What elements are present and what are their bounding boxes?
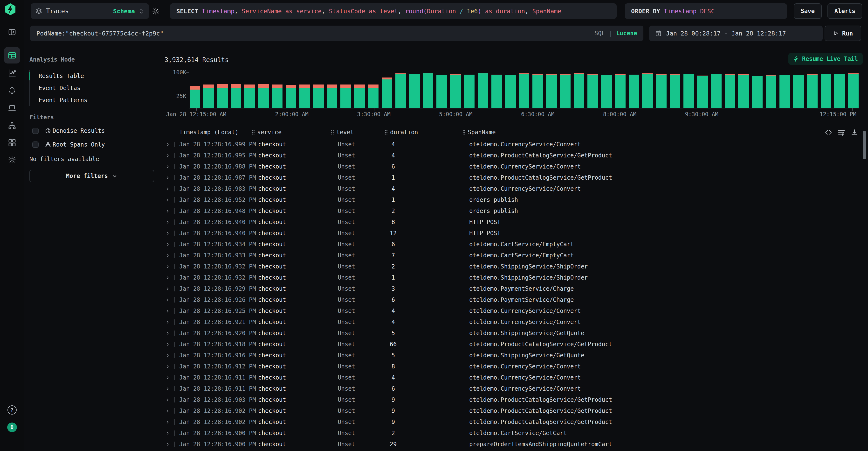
chart-bar[interactable] [505, 75, 516, 108]
chart-bar[interactable] [272, 85, 282, 108]
column-header-spanname[interactable]: SpanName [412, 129, 868, 136]
chart-bar[interactable] [738, 74, 749, 108]
scrollbar-thumb[interactable] [863, 131, 866, 159]
column-header-timestamp[interactable]: Timestamp (Local) [179, 129, 258, 136]
table-row[interactable]: Jan 28 12:28:16.948 PMcheckoutUnset2orde… [159, 205, 868, 217]
chart-bar[interactable] [629, 75, 639, 108]
chart-bar[interactable] [848, 74, 859, 108]
row-expand-chevron[interactable] [165, 398, 173, 402]
row-expand-chevron[interactable] [165, 387, 173, 391]
row-expand-chevron[interactable] [165, 331, 173, 336]
chart-bar[interactable] [327, 85, 338, 108]
drag-grip-icon[interactable] [384, 130, 388, 135]
table-row[interactable]: Jan 28 12:28:16.925 PMcheckoutUnset4otel… [159, 305, 868, 316]
collapse-sidebar-icon[interactable] [8, 28, 16, 36]
table-row[interactable]: Jan 28 12:28:16.911 PMcheckoutUnset6otel… [159, 383, 868, 394]
chart-bar[interactable] [423, 73, 434, 108]
row-expand-chevron[interactable] [165, 353, 173, 358]
row-expand-chevron[interactable] [165, 431, 173, 435]
order-by-input[interactable]: ORDER BY Timestamp DESC [625, 3, 787, 19]
chart-bar[interactable] [560, 74, 570, 108]
row-expand-chevron[interactable] [165, 153, 173, 158]
chart-bar[interactable] [491, 75, 502, 108]
table-row[interactable]: Jan 28 12:28:16.988 PMcheckoutUnset6otel… [159, 161, 868, 172]
source-selector[interactable]: Traces Schema [31, 3, 149, 19]
chart-bar[interactable] [656, 74, 666, 108]
chart-bar[interactable] [354, 85, 365, 108]
chart-bar[interactable] [313, 85, 324, 108]
table-row[interactable]: Jan 28 12:28:16.920 PMcheckoutUnset5otel… [159, 328, 868, 339]
row-expand-chevron[interactable] [165, 175, 173, 180]
chart-bar[interactable] [574, 73, 584, 108]
root-spans-checkbox[interactable] [32, 141, 39, 148]
table-row[interactable]: Jan 28 12:28:16.932 PMcheckoutUnset1otel… [159, 272, 868, 283]
table-row[interactable]: Jan 28 12:28:16.932 PMcheckoutUnset2otel… [159, 261, 868, 272]
chart-bar[interactable] [807, 74, 817, 108]
app-logo-icon[interactable] [5, 3, 16, 16]
alerts-button[interactable]: Alerts [828, 3, 862, 19]
table-row[interactable]: Jan 28 12:28:16.987 PMcheckoutUnset1otel… [159, 172, 868, 183]
chart-bar[interactable] [299, 85, 310, 108]
chart-bar[interactable] [532, 74, 543, 108]
date-range-picker[interactable]: Jan 28 00:28:17 - Jan 28 12:28:17 [649, 26, 823, 41]
table-row[interactable]: Jan 28 12:28:16.903 PMcheckoutUnset9otel… [159, 394, 868, 405]
row-expand-chevron[interactable] [165, 309, 173, 313]
chart-bar[interactable] [519, 74, 530, 108]
chart-bar[interactable] [409, 74, 420, 108]
chart-bar[interactable] [231, 84, 242, 108]
chart-bar[interactable] [244, 85, 255, 108]
row-expand-chevron[interactable] [165, 198, 173, 202]
row-expand-chevron[interactable] [165, 342, 173, 347]
nav-services-hierarchy-icon[interactable] [8, 121, 17, 130]
chart-plot[interactable] [189, 73, 859, 108]
more-filters-button[interactable]: More filters [29, 170, 154, 182]
table-row[interactable]: Jan 28 12:28:16.933 PMcheckoutUnset7otel… [159, 250, 868, 261]
mode-sql-label[interactable]: SQL [594, 30, 605, 37]
chart-bar[interactable] [766, 75, 776, 108]
nav-search-table-icon[interactable] [8, 51, 17, 60]
wrap-text-icon[interactable] [838, 129, 845, 136]
nav-alerts-bell-icon[interactable] [8, 86, 17, 95]
search-input[interactable]: PodName:"checkout-675775c4cc-f2p9c" SQL … [30, 26, 643, 41]
table-row[interactable]: Jan 28 12:28:16.902 PMcheckoutUnset9otel… [159, 417, 868, 428]
results-histogram[interactable]: 100K 25K Jan 28 12:15:00 AM2:00:00 AM3:3… [159, 69, 868, 117]
table-row[interactable]: Jan 28 12:28:16.983 PMcheckoutUnset4otel… [159, 183, 868, 194]
drag-grip-icon[interactable] [462, 130, 466, 135]
column-header-service[interactable]: service [251, 129, 338, 136]
resume-live-tail-button[interactable]: Resume Live Tail [788, 53, 863, 65]
chart-bar[interactable] [752, 76, 763, 108]
nav-dashboards-icon[interactable] [8, 138, 17, 147]
nav-chart-explorer-icon[interactable] [8, 68, 17, 77]
drag-grip-icon[interactable] [331, 130, 334, 135]
row-expand-chevron[interactable] [165, 420, 173, 424]
chart-bar[interactable] [793, 75, 804, 108]
drag-grip-icon[interactable] [251, 130, 255, 135]
chart-bar[interactable] [340, 85, 351, 108]
table-row[interactable]: Jan 28 12:28:16.940 PMcheckoutUnset8HTTP… [159, 217, 868, 228]
chart-bar[interactable] [478, 73, 488, 108]
chart-bar[interactable] [368, 85, 378, 108]
save-button[interactable]: Save [794, 3, 822, 19]
row-expand-chevron[interactable] [165, 187, 173, 191]
chart-bar[interactable] [601, 75, 612, 108]
row-expand-chevron[interactable] [165, 231, 173, 236]
row-expand-chevron[interactable] [165, 142, 173, 147]
chart-bar[interactable] [779, 75, 790, 108]
chart-bar[interactable] [642, 74, 653, 108]
download-icon[interactable] [850, 129, 858, 136]
table-row[interactable]: Jan 28 12:28:16.900 PMcheckoutUnset29pre… [159, 439, 868, 450]
analysis-mode-event-deltas[interactable]: Event Deltas [30, 82, 154, 94]
user-avatar[interactable]: D [7, 423, 17, 432]
row-expand-chevron[interactable] [165, 253, 173, 258]
chart-bar[interactable] [286, 85, 296, 108]
schema-selector-label[interactable]: Schema [113, 8, 135, 15]
query-language-toggle[interactable]: SQL | Lucene [594, 30, 637, 37]
denoise-results-option[interactable]: Denoise Results [32, 124, 105, 137]
root-spans-only-option[interactable]: Root Spans Only [32, 138, 105, 151]
chart-bar[interactable] [382, 78, 392, 108]
row-expand-chevron[interactable] [165, 220, 173, 225]
row-expand-chevron[interactable] [165, 164, 173, 169]
table-row[interactable]: Jan 28 12:28:16.995 PMcheckoutUnset4otel… [159, 150, 868, 161]
row-expand-chevron[interactable] [165, 298, 173, 302]
chart-bar[interactable] [258, 84, 269, 108]
